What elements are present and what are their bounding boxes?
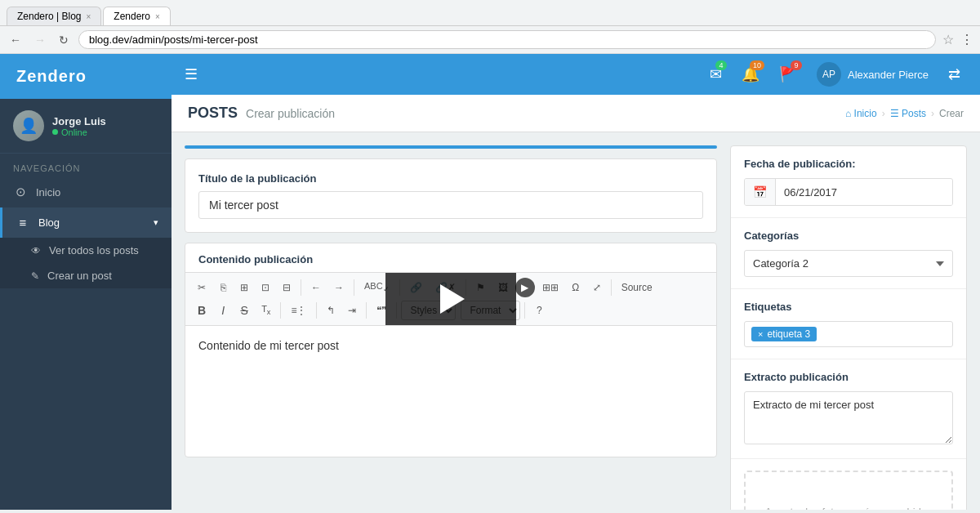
flags-badge: 9 <box>791 60 802 70</box>
breadcrumb-sep-2: › <box>931 108 934 119</box>
help-button[interactable]: ? <box>529 301 549 319</box>
avatar: 👤 <box>13 110 44 141</box>
content-label: Contenido publicación <box>185 243 716 272</box>
photo-drop-zone[interactable]: Arrastra las fotos aquí para subirlas <box>744 471 953 510</box>
redo-button[interactable]: → <box>328 279 350 297</box>
remove-format-button[interactable]: Tx <box>256 301 276 319</box>
video-inline-button[interactable]: ▶ <box>515 278 535 297</box>
cut-button[interactable]: ✂ <box>192 279 212 297</box>
notifications-badge: 10 <box>750 60 764 70</box>
sidebar: Zendero 👤 Jorge Luis Online Navegación ⊙… <box>0 54 172 510</box>
bookmark-icon[interactable]: ☆ <box>942 32 954 47</box>
user-name: Jorge Luis <box>52 115 158 127</box>
forward-button[interactable]: → <box>31 32 49 48</box>
refresh-button[interactable]: ↻ <box>56 32 72 48</box>
accent-bar <box>185 145 717 149</box>
page-subtitle: Crear publicación <box>246 107 335 120</box>
breadcrumb-section: ☰ Posts <box>890 108 926 119</box>
paste-text-button[interactable]: ⊡ <box>256 279 275 297</box>
messages-button[interactable]: ✉ 4 <box>703 62 728 87</box>
tag-etiqueta-3[interactable]: × etiqueta 3 <box>751 327 817 341</box>
category-section: Categorías Categoría 1 Categoría 2 Categ… <box>731 218 966 289</box>
video-overlay[interactable] <box>385 273 516 325</box>
eye-icon: 👁 <box>31 245 41 256</box>
right-panel: Fecha de publicación: 📅 Categorías Categ… <box>730 145 967 510</box>
excerpt-section: Extracto publicación Extracto de mi terc… <box>731 359 966 459</box>
toolbar-sep-10 <box>524 302 525 319</box>
upload-label: Arrastra las fotos aquí para subirlas <box>764 506 932 511</box>
breadcrumb-sep-1: › <box>882 108 885 119</box>
breadcrumb: ⌂ Inicio › ☰ Posts › Crear <box>845 108 964 119</box>
editor-toolbar: ✂ ⎘ ⊞ ⊡ ⊟ ← → ABC✓ 🔗 🔗✗ <box>185 272 716 326</box>
copy-button[interactable]: ⎘ <box>213 279 233 297</box>
breadcrumb-current: Crear <box>939 108 964 119</box>
edit-icon: ✎ <box>31 270 39 282</box>
crear-post-label: Crear un post <box>47 270 112 282</box>
tab-label-1: Zendero | Blog <box>17 11 82 22</box>
topbar: ☰ ✉ 4 🔔 10 🚩 9 AP <box>172 54 980 95</box>
editor-body[interactable]: Contenido de mi tercer post <box>185 326 716 457</box>
undo-button[interactable]: ← <box>305 279 327 297</box>
special-char-button[interactable]: Ω <box>566 279 586 297</box>
sidebar-subitem-crear-post[interactable]: ✎ Crear un post <box>0 263 172 288</box>
brand-logo: Zendero <box>0 54 172 99</box>
tag-label: etiqueta 3 <box>767 328 810 340</box>
category-select[interactable]: Categoría 1 Categoría 2 Categoría 3 <box>744 250 953 277</box>
tab-close-2[interactable]: × <box>155 12 160 21</box>
editor-content: Contenido de mi tercer post <box>198 339 339 352</box>
date-input[interactable] <box>776 180 952 205</box>
left-panel: Título de la publicación Contenido publi… <box>185 145 717 510</box>
strikethrough-button[interactable]: S <box>234 301 254 320</box>
list-icon: ☰ <box>890 108 899 119</box>
title-input[interactable] <box>198 191 703 219</box>
indent-button[interactable]: ⇥ <box>342 301 362 319</box>
photo-upload-section: Arrastra las fotos aquí para subirlas A <box>731 459 966 510</box>
date-label: Fecha de publicación: <box>744 158 953 170</box>
sidebar-item-blog-label: Blog <box>38 216 60 229</box>
source-button[interactable]: Source <box>616 279 658 297</box>
back-button[interactable]: ← <box>7 32 24 48</box>
browser-tab-2[interactable]: Zendero × <box>103 7 171 25</box>
table-button[interactable]: ⊞⊞ <box>537 279 564 297</box>
nav-label: Navegación <box>0 154 172 176</box>
paste-word-button[interactable]: ⊟ <box>277 279 296 297</box>
ver-posts-label: Ver todos los posts <box>49 244 139 256</box>
category-label: Categorías <box>744 230 953 242</box>
home-icon: ⊙ <box>13 185 28 199</box>
blog-submenu: 👁 Ver todos los posts ✎ Crear un post <box>0 238 172 288</box>
notifications-button[interactable]: 🔔 10 <box>735 62 766 87</box>
topbar-user-name: Alexander Pierce <box>848 69 929 81</box>
topbar-user[interactable]: AP Alexander Pierce <box>810 59 935 90</box>
sidebar-user: 👤 Jorge Luis Online <box>0 99 172 154</box>
topbar-avatar: AP <box>817 62 841 87</box>
address-bar[interactable] <box>78 30 936 49</box>
fullscreen-button[interactable]: ⤢ <box>587 279 607 297</box>
outdent-button[interactable]: ↰ <box>321 301 341 319</box>
tag-remove-icon[interactable]: × <box>758 329 763 339</box>
home-breadcrumb-icon: ⌂ <box>845 108 851 119</box>
browser-bar: ← → ↻ ☆ ⋮ <box>0 26 980 54</box>
page-title: POSTS <box>188 105 238 122</box>
italic-button[interactable]: I <box>213 301 233 320</box>
content-body: Título de la publicación Contenido publi… <box>172 132 980 510</box>
sidebar-item-blog[interactable]: ≡ Blog ▾ <box>0 207 172 238</box>
tab-close-1[interactable]: × <box>87 12 91 21</box>
flags-button[interactable]: 🚩 9 <box>773 62 804 87</box>
browser-tab-1[interactable]: Zendero | Blog × <box>7 7 101 25</box>
status-dot <box>52 129 58 135</box>
breadcrumb-home[interactable]: ⌂ Inicio <box>845 108 877 119</box>
ordered-list-button[interactable]: ≡⋮ <box>285 301 312 319</box>
menu-toggle-button[interactable]: ☰ <box>185 65 198 83</box>
excerpt-textarea[interactable]: Extracto de mi tercer post <box>744 391 953 444</box>
menu-icon[interactable]: ⋮ <box>960 32 973 47</box>
bold-button[interactable]: B <box>192 301 212 320</box>
sidebar-item-inicio[interactable]: ⊙ Inicio <box>0 176 172 207</box>
paste-button[interactable]: ⊞ <box>234 279 254 297</box>
share-button[interactable]: ⇄ <box>942 62 967 87</box>
toolbar-sep-6 <box>280 302 281 319</box>
sidebar-subitem-ver-posts[interactable]: 👁 Ver todos los posts <box>0 238 172 263</box>
messages-badge: 4 <box>715 60 727 70</box>
page-header: POSTS Crear publicación ⌂ Inicio › ☰ Pos… <box>172 95 980 132</box>
date-section: Fecha de publicación: 📅 <box>731 146 966 218</box>
tags-container[interactable]: × etiqueta 3 <box>744 321 953 347</box>
